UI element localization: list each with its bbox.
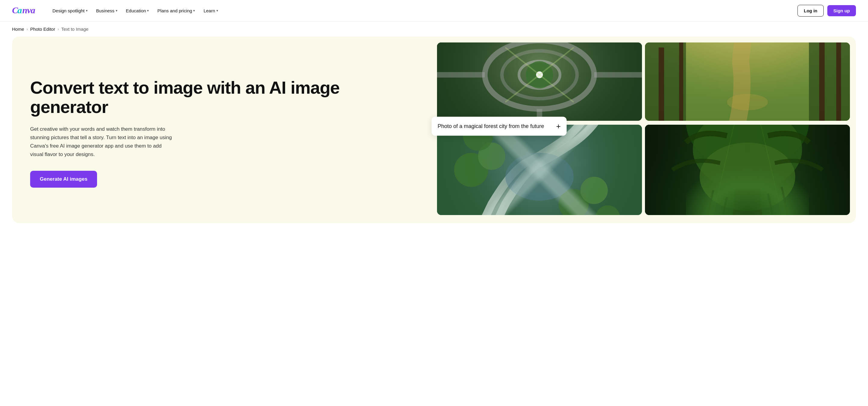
svg-point-34	[478, 143, 505, 170]
login-button[interactable]: Log in	[798, 5, 824, 16]
nav-right: Log in Sign up	[798, 5, 856, 16]
nav-links: Design spotlight ▾ Business ▾ Education …	[49, 6, 222, 16]
nav-learn[interactable]: Learn ▾	[200, 6, 221, 16]
chevron-down-icon: ▾	[116, 9, 118, 13]
svg-point-33	[454, 153, 488, 187]
svg-rect-31	[437, 125, 642, 215]
prompt-plus-icon[interactable]: +	[556, 122, 561, 131]
svg-rect-26	[679, 42, 683, 121]
hero-left: Convert text to image with an AI image g…	[12, 36, 434, 223]
svg-point-38	[581, 177, 608, 204]
svg-point-48	[700, 143, 795, 211]
svg-rect-28	[836, 42, 841, 121]
nav-left: C a nva Design spotlight ▾ Business ▾ Ed…	[12, 4, 222, 17]
chevron-down-icon: ▾	[216, 9, 218, 13]
hero-image-forest-tree	[645, 125, 850, 215]
nav-plans-pricing[interactable]: Plans and pricing ▾	[154, 6, 198, 16]
navbar: C a nva Design spotlight ▾ Business ▾ Ed…	[0, 0, 868, 22]
prompt-bar[interactable]: Photo of a magical forest city from the …	[432, 116, 567, 136]
svg-rect-32	[437, 125, 642, 215]
chevron-down-icon: ▾	[86, 9, 88, 13]
svg-rect-27	[819, 42, 825, 121]
hero-description: Get creative with your words and watch t…	[30, 125, 175, 159]
svg-rect-24	[809, 42, 850, 121]
breadcrumb-photo-editor[interactable]: Photo Editor	[30, 27, 55, 32]
svg-point-39	[595, 205, 620, 215]
breadcrumb-home[interactable]: Home	[12, 27, 24, 32]
hero-image-aerial-city	[437, 42, 642, 121]
svg-rect-25	[658, 47, 664, 121]
chevron-down-icon: ▾	[193, 9, 195, 13]
generate-ai-images-button[interactable]: Generate AI images	[30, 171, 97, 188]
svg-point-37	[558, 189, 589, 215]
chevron-down-icon: ▾	[147, 9, 149, 13]
hero-images-grid: Photo of a magical forest city from the …	[434, 36, 856, 223]
signup-button[interactable]: Sign up	[827, 5, 856, 16]
svg-point-42	[505, 153, 574, 201]
prompt-text: Photo of a magical forest city from the …	[438, 123, 544, 129]
nav-business[interactable]: Business ▾	[93, 6, 121, 16]
hero-title: Convert text to image with an AI image g…	[30, 78, 416, 116]
breadcrumb-separator-1: ›	[27, 27, 28, 31]
nav-education[interactable]: Education ▾	[122, 6, 153, 16]
svg-point-30	[727, 94, 768, 110]
canva-logo[interactable]: C a nva	[12, 4, 39, 17]
breadcrumb-separator-2: ›	[58, 27, 59, 31]
hero-image-forest-path	[645, 42, 850, 121]
nav-design-spotlight[interactable]: Design spotlight ▾	[49, 6, 91, 16]
svg-text:a: a	[18, 5, 22, 15]
hero-image-aerial-roads	[437, 125, 642, 215]
breadcrumb-current: Text to Image	[61, 27, 88, 32]
hero-section: Convert text to image with an AI image g…	[12, 36, 856, 223]
breadcrumb: Home › Photo Editor › Text to Image	[0, 22, 868, 36]
svg-text:nva: nva	[22, 5, 35, 15]
